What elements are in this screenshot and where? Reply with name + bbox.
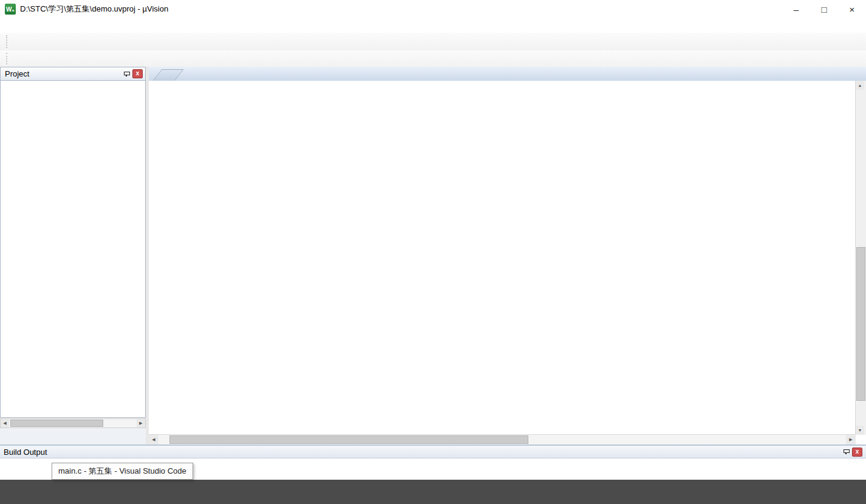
scroll-left-icon[interactable]: ◀ <box>1 419 9 427</box>
editor-tab-bar <box>149 67 866 81</box>
editor-vscrollbar[interactable]: ▲ ▼ <box>855 81 866 435</box>
scroll-left-icon[interactable]: ◀ <box>149 435 159 444</box>
toolbar-build <box>0 50 866 67</box>
code-editor[interactable] <box>149 81 856 435</box>
project-tree <box>0 81 146 418</box>
pin-icon[interactable] <box>123 70 129 78</box>
main-area: Project x ◀ ▶ ▲ ▼ <box>0 67 866 444</box>
close-panel-icon[interactable]: x <box>852 448 862 457</box>
uvision-window: W₅ D:\STC\学习\第五集\demo.uvproj - µVision –… <box>0 0 866 504</box>
project-hscrollbar[interactable]: ◀ ▶ <box>0 418 146 428</box>
tab-stub <box>153 69 184 81</box>
window-title: D:\STC\学习\第五集\demo.uvproj - µVision <box>20 4 168 15</box>
uvision-logo-icon: W₅ <box>5 4 16 15</box>
build-output-title: Build Output <box>4 448 47 457</box>
scroll-right-icon[interactable]: ▶ <box>137 419 145 427</box>
maximize-button[interactable]: □ <box>810 0 838 18</box>
taskbar <box>0 480 866 504</box>
menu-bar <box>0 18 866 33</box>
panel-tab-bar <box>0 428 146 444</box>
scroll-right-icon[interactable]: ▶ <box>846 435 856 444</box>
minimize-button[interactable]: – <box>782 0 810 18</box>
editor-area: ▲ ▼ ◀ ▶ <box>149 67 866 444</box>
close-button[interactable]: × <box>838 0 866 18</box>
editor-hscrollbar[interactable]: ◀ ▶ <box>149 434 856 444</box>
project-panel-title: Project <box>5 69 29 78</box>
project-panel: Project x ◀ ▶ <box>0 67 146 444</box>
scroll-up-icon[interactable]: ▲ <box>856 81 864 90</box>
title-bar: W₅ D:\STC\学习\第五集\demo.uvproj - µVision –… <box>0 0 866 19</box>
taskbar-tooltip: main.c - 第五集 - Visual Studio Code <box>52 463 193 480</box>
vscroll-thumb[interactable] <box>856 247 865 401</box>
hscroll-thumb[interactable] <box>169 435 528 444</box>
project-panel-header: Project x <box>0 67 146 81</box>
close-panel-icon[interactable]: x <box>132 69 143 78</box>
pin-icon[interactable] <box>842 448 849 455</box>
build-output-header: Build Output x <box>0 444 866 458</box>
toolbar-file <box>0 33 866 51</box>
scroll-down-icon[interactable]: ▼ <box>856 426 864 435</box>
